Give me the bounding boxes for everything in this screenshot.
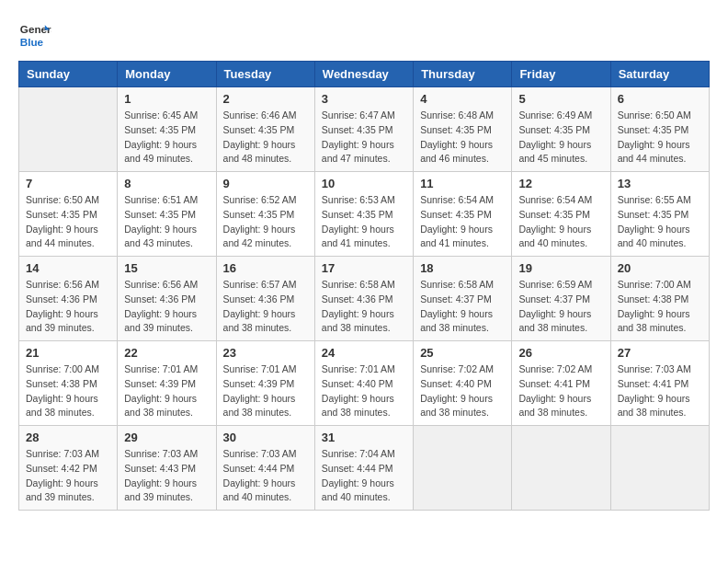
- day-number: 25: [420, 346, 505, 360]
- day-number: 29: [124, 431, 209, 444]
- day-info: Sunrise: 6:55 AM Sunset: 4:35 PM Dayligh…: [618, 193, 702, 251]
- weekday-header-thursday: Thursday: [414, 62, 512, 87]
- day-number: 3: [322, 92, 406, 106]
- day-number: 11: [420, 177, 505, 190]
- calendar-week-5: 28Sunrise: 7:03 AM Sunset: 4:42 PM Dayli…: [19, 426, 710, 511]
- calendar-week-1: 1Sunrise: 6:45 AM Sunset: 4:35 PM Daylig…: [19, 87, 710, 172]
- day-info: Sunrise: 6:51 AM Sunset: 4:35 PM Dayligh…: [124, 193, 209, 251]
- day-info: Sunrise: 7:00 AM Sunset: 4:38 PM Dayligh…: [618, 278, 702, 336]
- day-info: Sunrise: 7:03 AM Sunset: 4:41 PM Dayligh…: [618, 362, 702, 420]
- day-info: Sunrise: 6:49 AM Sunset: 4:35 PM Dayligh…: [518, 109, 603, 167]
- day-number: 13: [618, 177, 702, 190]
- logo: General Blue: [18, 18, 51, 52]
- day-number: 31: [322, 431, 406, 444]
- day-number: 15: [124, 261, 209, 275]
- calendar-cell: [610, 426, 709, 511]
- day-info: Sunrise: 7:01 AM Sunset: 4:39 PM Dayligh…: [223, 362, 308, 420]
- calendar-cell: 31Sunrise: 7:04 AM Sunset: 4:44 PM Dayli…: [314, 426, 413, 511]
- calendar-week-4: 21Sunrise: 7:00 AM Sunset: 4:38 PM Dayli…: [19, 341, 710, 426]
- weekday-header-monday: Monday: [118, 62, 216, 87]
- day-info: Sunrise: 6:53 AM Sunset: 4:35 PM Dayligh…: [322, 193, 406, 251]
- calendar-cell: 24Sunrise: 7:01 AM Sunset: 4:40 PM Dayli…: [314, 341, 413, 426]
- day-info: Sunrise: 6:58 AM Sunset: 4:36 PM Dayligh…: [322, 278, 406, 336]
- day-number: 20: [618, 261, 702, 275]
- calendar-cell: 7Sunrise: 6:50 AM Sunset: 4:35 PM Daylig…: [19, 172, 118, 257]
- calendar-cell: 29Sunrise: 7:03 AM Sunset: 4:43 PM Dayli…: [118, 426, 216, 511]
- calendar-cell: 1Sunrise: 6:45 AM Sunset: 4:35 PM Daylig…: [118, 87, 216, 172]
- day-number: 6: [618, 92, 702, 106]
- day-info: Sunrise: 6:54 AM Sunset: 4:35 PM Dayligh…: [518, 193, 603, 251]
- day-info: Sunrise: 6:50 AM Sunset: 4:35 PM Dayligh…: [618, 109, 702, 167]
- day-info: Sunrise: 7:02 AM Sunset: 4:41 PM Dayligh…: [518, 362, 603, 420]
- day-number: 22: [124, 346, 209, 360]
- day-number: 24: [322, 346, 406, 360]
- day-info: Sunrise: 7:01 AM Sunset: 4:40 PM Dayligh…: [322, 362, 406, 420]
- calendar-cell: 23Sunrise: 7:01 AM Sunset: 4:39 PM Dayli…: [216, 341, 314, 426]
- calendar-cell: 3Sunrise: 6:47 AM Sunset: 4:35 PM Daylig…: [314, 87, 413, 172]
- day-info: Sunrise: 6:45 AM Sunset: 4:35 PM Dayligh…: [124, 109, 209, 167]
- calendar-cell: 20Sunrise: 7:00 AM Sunset: 4:38 PM Dayli…: [610, 257, 709, 341]
- weekday-header-saturday: Saturday: [610, 62, 709, 87]
- day-number: 10: [322, 177, 406, 190]
- day-number: 9: [223, 177, 308, 190]
- weekday-header-tuesday: Tuesday: [216, 62, 314, 87]
- calendar-cell: 19Sunrise: 6:59 AM Sunset: 4:37 PM Dayli…: [512, 257, 610, 341]
- day-info: Sunrise: 7:03 AM Sunset: 4:44 PM Dayligh…: [223, 447, 308, 505]
- day-info: Sunrise: 6:48 AM Sunset: 4:35 PM Dayligh…: [420, 109, 505, 167]
- calendar-header: SundayMondayTuesdayWednesdayThursdayFrid…: [19, 62, 710, 87]
- calendar-cell: 5Sunrise: 6:49 AM Sunset: 4:35 PM Daylig…: [512, 87, 610, 172]
- calendar-cell: 26Sunrise: 7:02 AM Sunset: 4:41 PM Dayli…: [512, 341, 610, 426]
- day-info: Sunrise: 6:56 AM Sunset: 4:36 PM Dayligh…: [124, 278, 209, 336]
- day-number: 21: [26, 346, 110, 360]
- day-number: 14: [26, 261, 110, 275]
- logo-icon: General Blue: [18, 18, 51, 52]
- calendar-cell: [512, 426, 610, 511]
- day-info: Sunrise: 6:52 AM Sunset: 4:35 PM Dayligh…: [223, 193, 308, 251]
- day-number: 27: [618, 346, 702, 360]
- page-header: General Blue: [18, 18, 710, 52]
- day-info: Sunrise: 6:59 AM Sunset: 4:37 PM Dayligh…: [518, 278, 603, 336]
- day-info: Sunrise: 6:54 AM Sunset: 4:35 PM Dayligh…: [420, 193, 505, 251]
- calendar-cell: 9Sunrise: 6:52 AM Sunset: 4:35 PM Daylig…: [216, 172, 314, 257]
- day-info: Sunrise: 7:04 AM Sunset: 4:44 PM Dayligh…: [322, 447, 406, 505]
- day-number: 28: [26, 431, 110, 444]
- calendar-cell: 27Sunrise: 7:03 AM Sunset: 4:41 PM Dayli…: [610, 341, 709, 426]
- day-info: Sunrise: 7:01 AM Sunset: 4:39 PM Dayligh…: [124, 362, 209, 420]
- calendar-cell: 16Sunrise: 6:57 AM Sunset: 4:36 PM Dayli…: [216, 257, 314, 341]
- day-info: Sunrise: 6:47 AM Sunset: 4:35 PM Dayligh…: [322, 109, 406, 167]
- weekday-header-sunday: Sunday: [19, 62, 118, 87]
- calendar-cell: 21Sunrise: 7:00 AM Sunset: 4:38 PM Dayli…: [19, 341, 118, 426]
- day-number: 1: [124, 92, 209, 106]
- calendar-cell: 8Sunrise: 6:51 AM Sunset: 4:35 PM Daylig…: [118, 172, 216, 257]
- day-number: 5: [518, 92, 603, 106]
- day-number: 23: [223, 346, 308, 360]
- calendar-cell: 2Sunrise: 6:46 AM Sunset: 4:35 PM Daylig…: [216, 87, 314, 172]
- day-number: 4: [420, 92, 505, 106]
- day-number: 17: [322, 261, 406, 275]
- day-number: 7: [26, 177, 110, 190]
- calendar-cell: 25Sunrise: 7:02 AM Sunset: 4:40 PM Dayli…: [414, 341, 512, 426]
- day-info: Sunrise: 6:57 AM Sunset: 4:36 PM Dayligh…: [223, 278, 308, 336]
- day-number: 16: [223, 261, 308, 275]
- calendar-cell: 30Sunrise: 7:03 AM Sunset: 4:44 PM Dayli…: [216, 426, 314, 511]
- day-number: 12: [518, 177, 603, 190]
- calendar-cell: 10Sunrise: 6:53 AM Sunset: 4:35 PM Dayli…: [314, 172, 413, 257]
- calendar-cell: 18Sunrise: 6:58 AM Sunset: 4:37 PM Dayli…: [414, 257, 512, 341]
- day-number: 19: [518, 261, 603, 275]
- day-info: Sunrise: 7:00 AM Sunset: 4:38 PM Dayligh…: [26, 362, 110, 420]
- calendar-table: SundayMondayTuesdayWednesdayThursdayFrid…: [18, 61, 710, 511]
- calendar-cell: 22Sunrise: 7:01 AM Sunset: 4:39 PM Dayli…: [118, 341, 216, 426]
- calendar-cell: 14Sunrise: 6:56 AM Sunset: 4:36 PM Dayli…: [19, 257, 118, 341]
- day-info: Sunrise: 6:46 AM Sunset: 4:35 PM Dayligh…: [223, 109, 308, 167]
- day-info: Sunrise: 6:56 AM Sunset: 4:36 PM Dayligh…: [26, 278, 110, 336]
- calendar-cell: 15Sunrise: 6:56 AM Sunset: 4:36 PM Dayli…: [118, 257, 216, 341]
- svg-text:Blue: Blue: [20, 36, 44, 48]
- calendar-cell: 4Sunrise: 6:48 AM Sunset: 4:35 PM Daylig…: [414, 87, 512, 172]
- day-info: Sunrise: 6:50 AM Sunset: 4:35 PM Dayligh…: [26, 193, 110, 251]
- day-info: Sunrise: 6:58 AM Sunset: 4:37 PM Dayligh…: [420, 278, 505, 336]
- day-number: 18: [420, 261, 505, 275]
- day-info: Sunrise: 7:03 AM Sunset: 4:42 PM Dayligh…: [26, 447, 110, 505]
- calendar-cell: [414, 426, 512, 511]
- calendar-cell: 28Sunrise: 7:03 AM Sunset: 4:42 PM Dayli…: [19, 426, 118, 511]
- weekday-header-wednesday: Wednesday: [314, 62, 413, 87]
